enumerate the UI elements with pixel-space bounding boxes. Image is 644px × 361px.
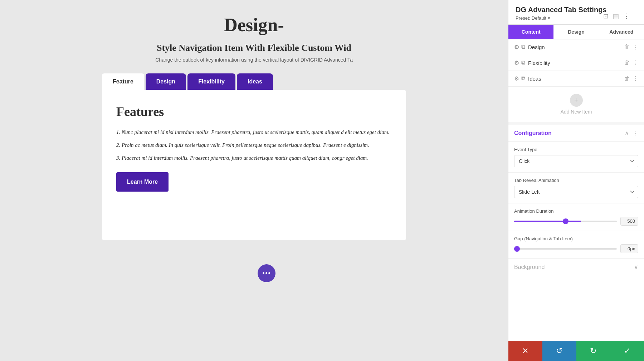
gear-icon-design[interactable]: ⚙ [514, 44, 519, 50]
chevron-down-icon: ∨ [634, 264, 638, 270]
main-area: Design- Style Navigation Item With Flexi… [0, 0, 508, 361]
cancel-button[interactable]: ✕ [508, 341, 542, 361]
tab-feature[interactable]: Feature [102, 73, 144, 90]
copy-icon-flexibility[interactable]: ⧉ [521, 59, 525, 66]
tab-reveal-animation-label: Tab Reveal Animation [514, 178, 638, 183]
more-icon-ideas[interactable]: ⋮ [633, 75, 638, 82]
configuration-header: Configuration ∧ ⋮ [508, 125, 644, 142]
page-description: Change the outlook of key information us… [155, 57, 353, 63]
redo-icon: ↻ [590, 346, 596, 356]
sidebar-header: DG Advanced Tab Settings Preset: Default… [508, 0, 644, 25]
sidebar-item-design: ⚙ ⧉ Design 🗑 ⋮ [508, 39, 644, 55]
gap-label: Gap (Navigation & Tab Item) [514, 236, 638, 241]
sidebar-tabs: Content Design Advanced [508, 25, 644, 39]
gear-icon-ideas[interactable]: ⚙ [514, 75, 519, 82]
undo-icon: ↺ [556, 346, 562, 356]
add-new-item-button[interactable]: + Add New Item [508, 87, 644, 122]
event-type-label: Event Type [514, 147, 638, 152]
screen-icon[interactable]: ⊡ [603, 12, 609, 20]
save-button[interactable]: ✓ [610, 341, 644, 361]
more-icon-design[interactable]: ⋮ [633, 44, 638, 50]
sidebar-item-label-flexibility: Flexibility [528, 60, 621, 66]
tab-content-area: Features 1. Nunc placerat mi id nisi int… [102, 90, 406, 240]
sidebar-tab-advanced[interactable]: Advanced [599, 25, 644, 39]
copy-icon-ideas[interactable]: ⧉ [521, 75, 525, 82]
sidebar: DG Advanced Tab Settings Preset: Default… [508, 0, 644, 361]
trash-icon-ideas[interactable]: 🗑 [624, 75, 630, 82]
sidebar-preset[interactable]: Preset: Default ▾ [516, 15, 606, 21]
event-type-field: Event Type Click Hover [508, 142, 644, 173]
sidebar-items-list: ⚙ ⧉ Design 🗑 ⋮ ⚙ ⧉ Flexibility 🗑 ⋮ ⚙ [508, 39, 644, 87]
chevron-up-icon[interactable]: ∧ [625, 130, 629, 136]
save-icon: ✓ [624, 346, 630, 356]
cancel-icon: ✕ [522, 346, 528, 356]
trash-icon-flexibility[interactable]: 🗑 [624, 59, 630, 66]
config-more-icon[interactable]: ⋮ [633, 130, 638, 136]
learn-more-button[interactable]: Learn More [116, 172, 169, 192]
content-paragraph-1: 1. Nunc placerat mi id nisi interdum mol… [116, 128, 392, 136]
tab-reveal-animation-field: Tab Reveal Animation Slide Left Slide Ri… [508, 173, 644, 203]
redo-button[interactable]: ↻ [576, 341, 610, 361]
add-new-label: Add New Item [561, 109, 592, 115]
sidebar-tab-content[interactable]: Content [508, 25, 553, 39]
gear-icon-flexibility[interactable]: ⚙ [514, 59, 519, 66]
tab-reveal-animation-select[interactable]: Slide Left Slide Right Fade None [514, 186, 638, 198]
content-paragraph-2: 2. Proin ac metus diam. In quis sceleris… [116, 141, 392, 149]
content-paragraph-3: 3. Placerat mi id interdum mollis. Praes… [116, 154, 392, 162]
undo-button[interactable]: ↺ [542, 341, 576, 361]
sidebar-title: DG Advanced Tab Settings [516, 6, 606, 14]
configuration-title: Configuration [514, 130, 552, 136]
background-section[interactable]: Background ∨ [508, 259, 644, 275]
bottom-toolbar: ✕ ↺ ↻ ✓ [508, 341, 644, 361]
animation-duration-field: Animation Duration 500 [508, 203, 644, 231]
animation-duration-label: Animation Duration [514, 208, 638, 214]
sidebar-item-label-design: Design [528, 44, 621, 50]
animation-duration-slider[interactable] [514, 221, 617, 222]
trash-icon-design[interactable]: 🗑 [624, 44, 630, 50]
sidebar-item-flexibility: ⚙ ⧉ Flexibility 🗑 ⋮ [508, 55, 644, 71]
animation-duration-value: 500 [620, 217, 638, 226]
background-label: Background [514, 264, 545, 270]
gap-field: Gap (Navigation & Tab Item) 0px [508, 231, 644, 259]
tab-ideas[interactable]: Ideas [237, 73, 273, 90]
sidebar-item-label-ideas: Ideas [528, 76, 621, 82]
configuration-section: Configuration ∧ ⋮ Event Type Click Hover… [508, 125, 644, 341]
page-title: Design- [224, 14, 284, 35]
page-subtitle: Style Navigation Item With Flexible Cust… [157, 43, 351, 53]
sidebar-tab-design[interactable]: Design [553, 25, 599, 39]
tab-flexibility[interactable]: Flexibility [187, 73, 235, 90]
sidebar-item-ideas: ⚙ ⧉ Ideas 🗑 ⋮ [508, 71, 644, 87]
gap-value: 0px [620, 244, 638, 253]
tab-design[interactable]: Design [146, 73, 186, 90]
floating-dots-button[interactable]: ••• [258, 264, 275, 282]
add-new-circle-icon: + [570, 94, 583, 107]
plus-icon: + [574, 96, 578, 105]
event-type-select[interactable]: Click Hover [514, 155, 638, 167]
more-icon-flexibility[interactable]: ⋮ [633, 59, 638, 66]
layout-icon[interactable]: ▤ [613, 12, 619, 20]
dots-icon: ••• [262, 269, 271, 278]
tab-navigation: Feature Design Flexibility Ideas [102, 73, 406, 90]
more-options-icon[interactable]: ⋮ [623, 12, 630, 20]
copy-icon-design[interactable]: ⧉ [521, 44, 525, 50]
gap-slider[interactable] [514, 248, 617, 250]
content-heading: Features [116, 104, 392, 119]
